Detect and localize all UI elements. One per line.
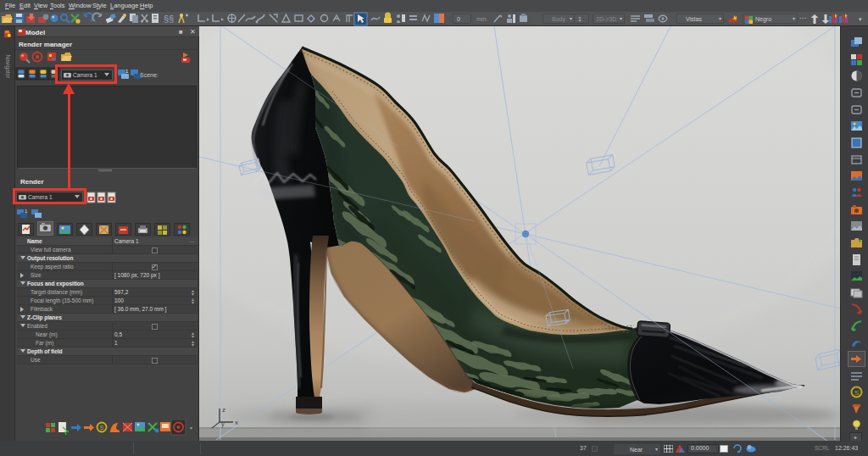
svg-text:▾: ▾	[859, 16, 862, 22]
svg-text:y: y	[221, 421, 225, 428]
svg-text:1: 1	[25, 209, 28, 214]
svg-text:S: S	[100, 425, 104, 431]
svg-text:S: S	[854, 389, 859, 397]
svg-text:1: 1	[125, 69, 129, 74]
svg-text:§§: §§	[164, 14, 174, 24]
svg-text:x: x	[235, 419, 238, 426]
svg-text:z: z	[222, 406, 225, 414]
